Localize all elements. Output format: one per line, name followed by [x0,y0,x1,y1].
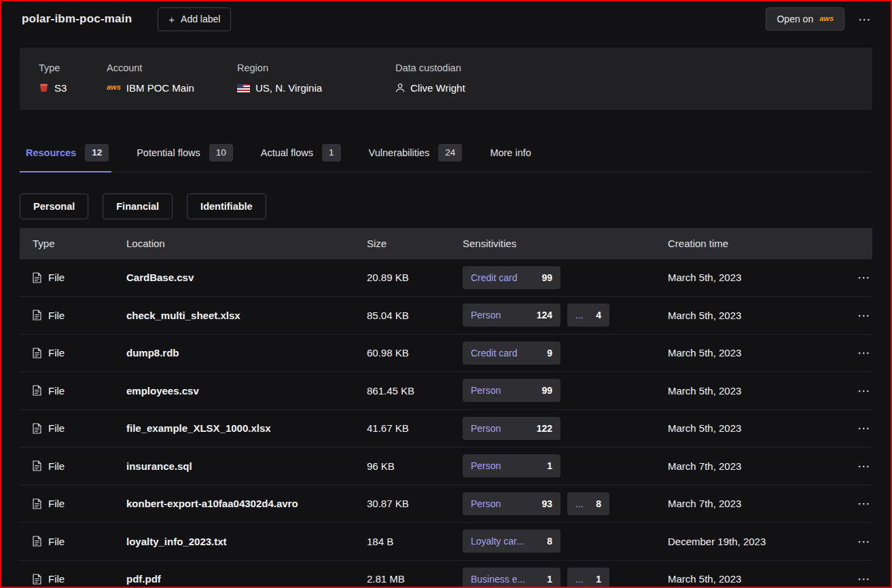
row-creation-time: March 5th, 2023 [668,272,840,283]
tab-count-badge: 1 [322,144,341,162]
filter-bar: Personal Financial Identifiable [20,194,872,219]
filter-financial[interactable]: Financial [103,194,173,219]
info-label: Data custodian [395,62,465,73]
tab-potential-flows[interactable]: Potential flows 10 [137,137,233,172]
top-bar: polar-ibm-poc-main + Add label Open on a… [1,1,891,33]
row-sensitivities: Credit card99 [463,266,668,289]
table-row[interactable]: File CardBase.csv 20.89 KB Credit card99… [20,259,872,297]
info-value-custodian: Clive Wright [410,82,465,94]
info-field-custodian: Data custodian Clive Wright [395,62,465,94]
table-header: Type Location Size Sensitivities Creatio… [20,228,872,259]
table-row[interactable]: File pdf.pdf 2.81 MB Business e...1...1 … [20,561,872,588]
row-menu-button[interactable]: ⋯ [857,308,871,323]
sensitivity-badge[interactable]: Credit card99 [463,266,560,289]
sensitivity-badge[interactable]: Person124 [463,304,560,327]
row-menu-button[interactable]: ⋯ [857,346,871,360]
row-creation-time: March 5th, 2023 [668,347,840,359]
row-type-cell: File [33,385,126,397]
sensitivity-badge[interactable]: Business e...1 [463,568,560,588]
info-label: Type [39,62,107,73]
row-menu-button[interactable]: ⋯ [857,384,871,398]
open-on-text: Open on [777,14,813,24]
row-type-label: File [48,310,65,321]
row-menu-button[interactable]: ⋯ [857,421,871,435]
sensitivity-badge[interactable]: Person99 [463,379,560,402]
tab-more-info[interactable]: More info [490,137,531,172]
open-on-aws-button[interactable]: Open on aws [766,7,844,31]
table-row[interactable]: File file_example_XLSX_1000.xlsx 41.67 K… [20,410,872,448]
tab-resources[interactable]: Resources 12 [26,137,109,172]
column-header-size: Size [367,238,463,249]
table-row[interactable]: File check_multi_sheet.xlsx 85.04 KB Per… [20,297,872,335]
row-size: 30.87 KB [367,498,463,509]
sensitivity-label: ... [575,498,584,509]
sensitivity-badge[interactable]: Person93 [463,492,560,515]
table-row[interactable]: File loyalty_info_2023.txt 184 B Loyalty… [20,523,872,561]
add-label-button[interactable]: + Add label [158,7,231,31]
file-icon [33,310,41,320]
row-location: employees.csv [126,385,367,397]
row-creation-time: March 5th, 2023 [668,422,840,434]
sensitivity-count: 9 [547,348,552,359]
sensitivity-label: Loyalty car... [471,536,524,547]
table-row[interactable]: File konbert-export-a10faa04302d4.avro 3… [20,485,872,523]
filter-personal[interactable]: Personal [20,194,88,219]
row-menu-button[interactable]: ⋯ [857,459,871,473]
row-type-cell: File [33,310,126,321]
more-sensitivities-badge[interactable]: ...8 [567,492,609,515]
aws-icon: aws [107,84,121,91]
row-size: 96 KB [367,460,463,472]
row-sensitivities: Business e...1...1 [463,568,668,588]
row-type-cell: File [33,460,126,472]
row-menu-button[interactable]: ⋯ [857,534,871,549]
table-row[interactable]: File insurance.sql 96 KB Person1 March 7… [20,447,872,485]
row-location: check_multi_sheet.xlsx [126,310,367,321]
add-label-text: Add label [181,14,220,24]
row-creation-time: March 5th, 2023 [668,310,840,321]
row-location: pdf.pdf [126,573,367,585]
sensitivity-count: 99 [541,272,552,283]
row-type-cell: File [33,347,126,359]
sensitivity-label: Person [471,498,501,509]
row-sensitivities: Person122 [463,417,668,440]
info-value-region: US, N. Virginia [255,82,322,94]
column-header-location: Location [126,238,367,249]
asset-info-bar: Type S3 Account aws IBM POC Main Region … [20,48,872,110]
row-menu-button[interactable]: ⋯ [857,270,871,284]
filter-identifiable[interactable]: Identifiable [187,194,266,219]
row-creation-time: March 7th, 2023 [668,460,840,472]
tab-vulnerabilities[interactable]: Vulnerabilities 24 [369,137,463,172]
tab-label: Actual flows [261,147,313,158]
us-flag-icon [237,84,250,92]
row-sensitivities: Person124...4 [463,304,668,327]
file-icon [33,498,41,509]
s3-bucket-icon [39,83,49,93]
sensitivity-badge[interactable]: Person1 [463,454,560,477]
column-header-sensitivities: Sensitivities [463,238,668,249]
tab-label: Resources [26,147,76,158]
more-sensitivities-badge[interactable]: ...1 [567,568,609,588]
tab-label: Potential flows [137,147,200,158]
row-size: 41.67 KB [367,422,463,434]
sensitivity-badge[interactable]: Loyalty car...8 [463,530,560,553]
row-menu-button[interactable]: ⋯ [857,496,871,511]
file-icon [33,348,41,359]
row-menu-button[interactable]: ⋯ [857,572,871,586]
info-label: Account [107,62,237,73]
sensitivity-badge[interactable]: Person122 [463,417,560,440]
row-size: 184 B [367,536,463,547]
row-location: insurance.sql [126,460,367,472]
tab-actual-flows[interactable]: Actual flows 1 [261,137,341,172]
tab-label: More info [490,147,531,158]
overflow-menu-button[interactable]: ⋯ [858,13,872,26]
row-creation-time: December 19th, 2023 [668,536,840,547]
table-row[interactable]: File dump8.rdb 60.98 KB Credit card9 Mar… [20,335,872,373]
row-type-label: File [48,498,65,509]
row-type-cell: File [33,573,126,585]
table-row[interactable]: File employees.csv 861.45 KB Person99 Ma… [20,372,872,410]
sensitivity-count: 122 [537,423,552,434]
more-sensitivities-badge[interactable]: ...4 [567,304,609,327]
sensitivity-badge[interactable]: Credit card9 [463,342,560,365]
table-body: File CardBase.csv 20.89 KB Credit card99… [20,259,872,588]
row-sensitivities: Credit card9 [463,342,668,365]
